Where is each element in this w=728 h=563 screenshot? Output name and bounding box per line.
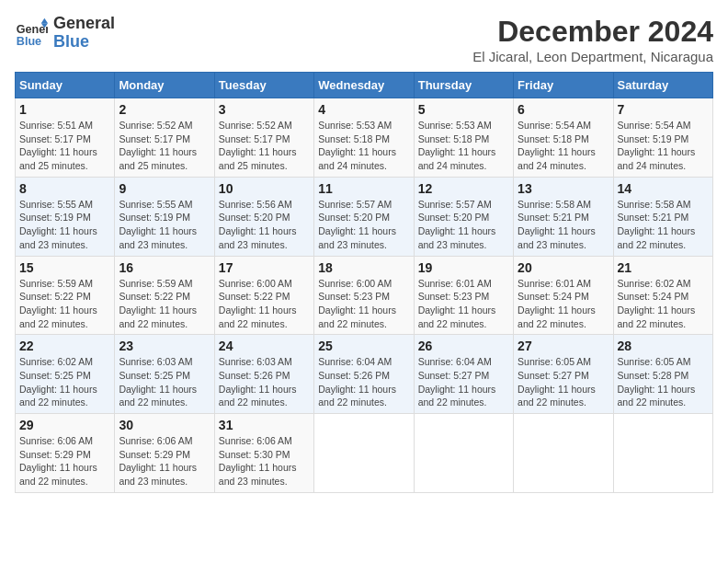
day-info: Sunrise: 6:03 AM Sunset: 5:25 PM Dayligh… xyxy=(119,355,210,409)
page-header: General Blue General Blue December 2024 … xyxy=(15,15,713,64)
day-info: Sunrise: 6:00 AM Sunset: 5:22 PM Dayligh… xyxy=(219,277,310,331)
day-number: 23 xyxy=(119,339,210,353)
day-info: Sunrise: 5:52 AM Sunset: 5:17 PM Dayligh… xyxy=(119,119,210,173)
day-number: 22 xyxy=(19,339,110,353)
calendar-cell: 16Sunrise: 5:59 AM Sunset: 5:22 PM Dayli… xyxy=(115,256,214,335)
logo: General Blue General Blue xyxy=(15,15,115,52)
day-info: Sunrise: 5:59 AM Sunset: 5:22 PM Dayligh… xyxy=(19,277,110,331)
logo-icon: General Blue xyxy=(15,17,48,50)
day-number: 7 xyxy=(618,102,709,117)
calendar-cell: 31Sunrise: 6:06 AM Sunset: 5:30 PM Dayli… xyxy=(214,414,313,493)
day-number: 20 xyxy=(518,260,609,275)
day-info: Sunrise: 6:02 AM Sunset: 5:24 PM Dayligh… xyxy=(618,277,709,331)
svg-marker-2 xyxy=(41,18,48,23)
day-number: 6 xyxy=(518,102,609,117)
day-number: 27 xyxy=(518,339,609,353)
day-info: Sunrise: 6:00 AM Sunset: 5:23 PM Dayligh… xyxy=(318,277,409,331)
calendar-body: 1Sunrise: 5:51 AM Sunset: 5:17 PM Daylig… xyxy=(16,98,713,493)
weekday-monday: Monday xyxy=(115,73,214,98)
calendar-cell: 21Sunrise: 6:02 AM Sunset: 5:24 PM Dayli… xyxy=(613,256,712,335)
weekday-wednesday: Wednesday xyxy=(314,73,414,98)
weekday-thursday: Thursday xyxy=(414,73,513,98)
calendar-table: SundayMondayTuesdayWednesdayThursdayFrid… xyxy=(15,72,713,493)
day-info: Sunrise: 6:01 AM Sunset: 5:24 PM Dayligh… xyxy=(518,277,609,331)
calendar-cell: 3Sunrise: 5:52 AM Sunset: 5:17 PM Daylig… xyxy=(214,98,313,178)
calendar-cell: 28Sunrise: 6:05 AM Sunset: 5:28 PM Dayli… xyxy=(613,335,712,414)
day-info: Sunrise: 6:04 AM Sunset: 5:27 PM Dayligh… xyxy=(418,355,509,409)
calendar-cell: 1Sunrise: 5:51 AM Sunset: 5:17 PM Daylig… xyxy=(16,98,115,178)
month-title: December 2024 xyxy=(472,15,713,49)
day-info: Sunrise: 5:53 AM Sunset: 5:18 PM Dayligh… xyxy=(318,119,409,173)
day-number: 4 xyxy=(318,102,409,117)
day-number: 31 xyxy=(219,418,310,432)
day-number: 10 xyxy=(219,181,310,196)
calendar-week-3: 15Sunrise: 5:59 AM Sunset: 5:22 PM Dayli… xyxy=(16,256,713,335)
calendar-cell: 12Sunrise: 5:57 AM Sunset: 5:20 PM Dayli… xyxy=(414,177,513,256)
calendar-header: SundayMondayTuesdayWednesdayThursdayFrid… xyxy=(16,73,713,98)
calendar-week-2: 8Sunrise: 5:55 AM Sunset: 5:19 PM Daylig… xyxy=(16,177,713,256)
day-number: 25 xyxy=(318,339,409,353)
day-number: 19 xyxy=(418,260,509,275)
day-info: Sunrise: 6:01 AM Sunset: 5:23 PM Dayligh… xyxy=(418,277,509,331)
calendar-week-1: 1Sunrise: 5:51 AM Sunset: 5:17 PM Daylig… xyxy=(16,98,713,178)
day-number: 11 xyxy=(318,181,409,196)
day-number: 5 xyxy=(418,102,509,117)
calendar-cell: 29Sunrise: 6:06 AM Sunset: 5:29 PM Dayli… xyxy=(16,414,115,493)
logo-general-text: General xyxy=(53,15,115,33)
logo-blue-text: Blue xyxy=(53,33,115,52)
calendar-cell: 26Sunrise: 6:04 AM Sunset: 5:27 PM Dayli… xyxy=(414,335,513,414)
day-info: Sunrise: 5:55 AM Sunset: 5:19 PM Dayligh… xyxy=(19,198,110,252)
day-info: Sunrise: 6:06 AM Sunset: 5:29 PM Dayligh… xyxy=(119,434,210,488)
day-info: Sunrise: 5:53 AM Sunset: 5:18 PM Dayligh… xyxy=(418,119,509,173)
day-info: Sunrise: 5:59 AM Sunset: 5:22 PM Dayligh… xyxy=(119,277,210,331)
calendar-cell: 9Sunrise: 5:55 AM Sunset: 5:19 PM Daylig… xyxy=(115,177,214,256)
svg-text:Blue: Blue xyxy=(17,34,41,47)
day-number: 18 xyxy=(318,260,409,275)
day-info: Sunrise: 5:54 AM Sunset: 5:19 PM Dayligh… xyxy=(618,119,709,173)
day-number: 17 xyxy=(219,260,310,275)
day-info: Sunrise: 5:58 AM Sunset: 5:21 PM Dayligh… xyxy=(518,198,609,252)
day-info: Sunrise: 5:51 AM Sunset: 5:17 PM Dayligh… xyxy=(19,119,110,173)
day-number: 2 xyxy=(119,102,210,117)
day-info: Sunrise: 5:55 AM Sunset: 5:19 PM Dayligh… xyxy=(119,198,210,252)
calendar-cell: 24Sunrise: 6:03 AM Sunset: 5:26 PM Dayli… xyxy=(214,335,313,414)
day-number: 9 xyxy=(119,181,210,196)
day-number: 24 xyxy=(219,339,310,353)
day-info: Sunrise: 6:06 AM Sunset: 5:29 PM Dayligh… xyxy=(19,434,110,488)
day-info: Sunrise: 5:52 AM Sunset: 5:17 PM Dayligh… xyxy=(219,119,310,173)
calendar-cell: 20Sunrise: 6:01 AM Sunset: 5:24 PM Dayli… xyxy=(514,256,613,335)
calendar-cell: 2Sunrise: 5:52 AM Sunset: 5:17 PM Daylig… xyxy=(115,98,214,178)
calendar-week-4: 22Sunrise: 6:02 AM Sunset: 5:25 PM Dayli… xyxy=(16,335,713,414)
day-number: 8 xyxy=(19,181,110,196)
calendar-cell xyxy=(414,414,513,493)
calendar-cell: 5Sunrise: 5:53 AM Sunset: 5:18 PM Daylig… xyxy=(414,98,513,178)
day-number: 15 xyxy=(19,260,110,275)
title-section: December 2024 El Jicaral, Leon Departmen… xyxy=(472,15,713,64)
calendar-cell: 30Sunrise: 6:06 AM Sunset: 5:29 PM Dayli… xyxy=(115,414,214,493)
calendar-cell: 22Sunrise: 6:02 AM Sunset: 5:25 PM Dayli… xyxy=(16,335,115,414)
calendar-cell: 13Sunrise: 5:58 AM Sunset: 5:21 PM Dayli… xyxy=(514,177,613,256)
logo-text: General Blue xyxy=(53,15,115,52)
calendar-cell: 25Sunrise: 6:04 AM Sunset: 5:26 PM Dayli… xyxy=(314,335,414,414)
weekday-friday: Friday xyxy=(514,73,613,98)
calendar-cell: 15Sunrise: 5:59 AM Sunset: 5:22 PM Dayli… xyxy=(16,256,115,335)
day-info: Sunrise: 6:05 AM Sunset: 5:28 PM Dayligh… xyxy=(618,355,709,409)
day-info: Sunrise: 6:02 AM Sunset: 5:25 PM Dayligh… xyxy=(19,355,110,409)
calendar-cell: 6Sunrise: 5:54 AM Sunset: 5:18 PM Daylig… xyxy=(514,98,613,178)
calendar-cell: 19Sunrise: 6:01 AM Sunset: 5:23 PM Dayli… xyxy=(414,256,513,335)
day-number: 12 xyxy=(418,181,509,196)
day-info: Sunrise: 5:56 AM Sunset: 5:20 PM Dayligh… xyxy=(219,198,310,252)
calendar-cell: 11Sunrise: 5:57 AM Sunset: 5:20 PM Dayli… xyxy=(314,177,414,256)
day-number: 28 xyxy=(618,339,709,353)
calendar-cell: 18Sunrise: 6:00 AM Sunset: 5:23 PM Dayli… xyxy=(314,256,414,335)
day-info: Sunrise: 5:57 AM Sunset: 5:20 PM Dayligh… xyxy=(318,198,409,252)
day-number: 13 xyxy=(518,181,609,196)
calendar-cell: 27Sunrise: 6:05 AM Sunset: 5:27 PM Dayli… xyxy=(514,335,613,414)
weekday-sunday: Sunday xyxy=(16,73,115,98)
day-info: Sunrise: 6:06 AM Sunset: 5:30 PM Dayligh… xyxy=(219,434,310,488)
day-number: 21 xyxy=(618,260,709,275)
day-info: Sunrise: 5:58 AM Sunset: 5:21 PM Dayligh… xyxy=(618,198,709,252)
weekday-saturday: Saturday xyxy=(613,73,712,98)
calendar-cell xyxy=(514,414,613,493)
day-info: Sunrise: 5:54 AM Sunset: 5:18 PM Dayligh… xyxy=(518,119,609,173)
